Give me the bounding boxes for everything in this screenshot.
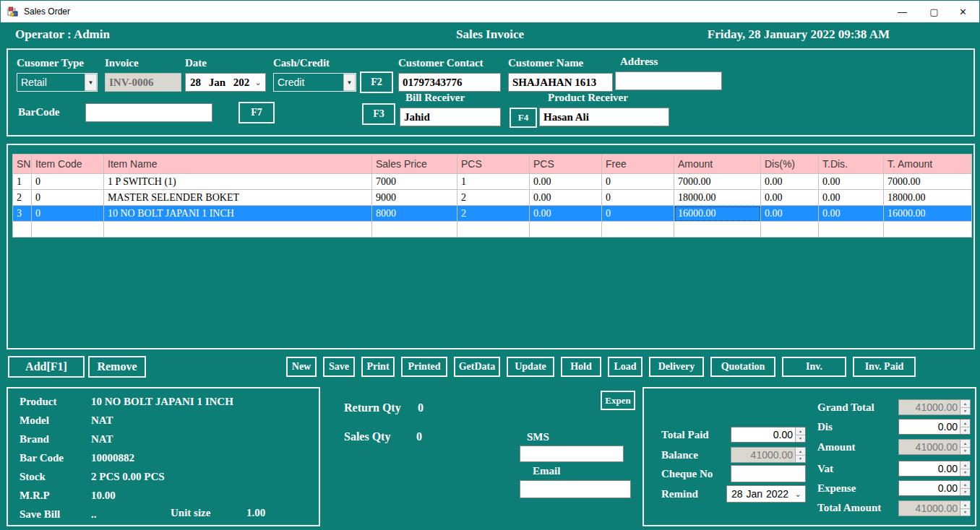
product-receiver-field[interactable]: [539, 108, 669, 126]
minimize-button[interactable]: —: [886, 1, 919, 22]
remind-date-picker[interactable]: 28 Jan 2022 ⌄: [726, 485, 806, 503]
grid-cell[interactable]: 7000.00: [884, 174, 972, 190]
grid-cell[interactable]: 3: [12, 206, 32, 222]
new-button[interactable]: New: [286, 357, 317, 377]
customer-name-field[interactable]: [508, 73, 613, 92]
grid-cell[interactable]: 10 NO BOLT JAPANI 1 INCH: [104, 206, 372, 222]
address-field[interactable]: [615, 71, 722, 90]
grid-column-header[interactable]: Dis(%): [761, 154, 819, 174]
items-grid[interactable]: SNItem CodeItem NameSales PricePCSPCSFre…: [12, 154, 972, 238]
f4-button[interactable]: F4: [510, 108, 537, 128]
grid-cell[interactable]: 16000.00: [884, 206, 972, 222]
grid-cell[interactable]: 1: [12, 174, 32, 190]
grid-column-header[interactable]: Free: [602, 154, 674, 174]
hold-button[interactable]: Hold: [561, 357, 601, 377]
grid-cell[interactable]: 0: [602, 174, 674, 190]
cheque-no-input[interactable]: [731, 465, 806, 482]
sms-input[interactable]: [520, 446, 624, 462]
grid-cell[interactable]: 0.00: [530, 190, 602, 206]
grid-cell[interactable]: 0.00: [761, 206, 819, 222]
save-button[interactable]: Save: [323, 357, 355, 377]
grid-cell[interactable]: 8000: [372, 206, 457, 222]
grid-cell[interactable]: [457, 222, 530, 238]
grid-cell[interactable]: 0: [32, 206, 104, 222]
print-button[interactable]: Print: [361, 357, 395, 377]
update-button[interactable]: Update: [507, 357, 554, 377]
chevron-down-icon[interactable]: ⌄: [251, 78, 265, 87]
grid-cell[interactable]: 9000: [372, 190, 457, 206]
chevron-down-icon[interactable]: ▼: [85, 74, 97, 91]
grid-cell[interactable]: 2: [12, 190, 32, 206]
grid-cell[interactable]: 2: [457, 190, 530, 206]
grid-cell[interactable]: 7000: [372, 174, 457, 190]
chevron-down-icon[interactable]: ⌄: [791, 490, 805, 499]
grid-cell[interactable]: [674, 222, 761, 238]
printed-button[interactable]: Printed: [401, 357, 447, 377]
grid-cell[interactable]: 0: [32, 190, 104, 206]
quotation-button[interactable]: Quotation: [710, 357, 775, 377]
grid-cell[interactable]: [819, 222, 884, 238]
grid-column-header[interactable]: Item Name: [104, 154, 372, 174]
f2-button[interactable]: F2: [360, 71, 393, 93]
grid-cell[interactable]: 0.00: [819, 206, 884, 222]
maximize-button[interactable]: ▢: [918, 1, 950, 22]
grid-cell[interactable]: 2: [457, 206, 530, 222]
grid-column-header[interactable]: PCS: [530, 154, 602, 174]
grid-cell[interactable]: 0: [32, 174, 104, 190]
customer-type-select[interactable]: Retail ▼: [17, 73, 98, 92]
grid-column-header[interactable]: T. Amount: [884, 154, 972, 174]
table-row[interactable]: 101 P SWITCH (1)700010.0007000.000.000.0…: [12, 174, 972, 190]
f3-button[interactable]: F3: [362, 103, 395, 125]
inv-paid-button[interactable]: Inv. Paid: [853, 357, 916, 377]
customer-contact-field[interactable]: [398, 73, 501, 92]
total-paid-input[interactable]: 0.00 ▲▼: [731, 427, 806, 443]
date-picker[interactable]: 28 Jan 202 ⌄: [185, 73, 266, 92]
grid-column-header[interactable]: Amount: [674, 154, 761, 174]
grid-cell[interactable]: 7000.00: [674, 174, 761, 190]
f7-button[interactable]: F7: [238, 102, 275, 123]
inv-button[interactable]: Inv.: [782, 357, 846, 377]
grid-cell[interactable]: 0.00: [530, 206, 602, 222]
grid-cell[interactable]: [602, 222, 674, 238]
grid-cell[interactable]: 1: [457, 174, 530, 190]
table-row[interactable]: [12, 222, 972, 238]
spinner-arrows-icon[interactable]: ▲▼: [960, 481, 970, 495]
grid-cell[interactable]: MASTER SELENDER BOKET: [104, 190, 372, 206]
table-row[interactable]: 20MASTER SELENDER BOKET900020.00018000.0…: [12, 190, 972, 206]
expen-button[interactable]: Expen: [601, 391, 635, 410]
cash-credit-select[interactable]: Credit ▼: [273, 73, 356, 92]
table-row[interactable]: 3010 NO BOLT JAPANI 1 INCH800020.0001600…: [12, 206, 972, 222]
grid-cell[interactable]: 1 P SWITCH (1): [104, 174, 372, 190]
grid-cell[interactable]: [884, 222, 972, 238]
grid-cell[interactable]: [32, 222, 104, 238]
grid-column-header[interactable]: Sales Price: [372, 154, 457, 174]
add-button[interactable]: Add[F1]: [8, 356, 85, 378]
grid-cell[interactable]: [372, 222, 457, 238]
grid-column-header[interactable]: SN: [12, 154, 32, 174]
spinner-arrows-icon[interactable]: ▲▼: [795, 427, 805, 442]
vat-input[interactable]: 0.00 ▲▼: [898, 461, 971, 477]
grid-cell[interactable]: 0.00: [761, 174, 819, 190]
grid-cell[interactable]: 0: [602, 206, 674, 222]
spinner-arrows-icon[interactable]: ▲▼: [960, 420, 970, 434]
chevron-down-icon[interactable]: ▼: [343, 74, 356, 91]
grid-cell[interactable]: [12, 222, 32, 238]
grid-column-header[interactable]: T.Dis.: [819, 154, 884, 174]
grid-cell[interactable]: 0.00: [819, 174, 884, 190]
expense-input[interactable]: 0.00 ▲▼: [898, 480, 971, 496]
grid-cell[interactable]: [530, 222, 602, 238]
grid-cell[interactable]: 0.00: [819, 190, 884, 206]
barcode-field[interactable]: [85, 103, 212, 122]
getdata-button[interactable]: GetData: [454, 357, 500, 377]
grid-cell[interactable]: 18000.00: [884, 190, 972, 206]
spinner-arrows-icon[interactable]: ▲▼: [960, 461, 970, 476]
grid-column-header[interactable]: PCS: [457, 154, 530, 174]
remove-button[interactable]: Remove: [88, 356, 146, 378]
grid-cell[interactable]: [761, 222, 819, 238]
grid-cell[interactable]: 16000.00: [674, 206, 761, 222]
load-button[interactable]: Load: [608, 357, 642, 377]
grid-cell[interactable]: [104, 222, 372, 238]
delivery-button[interactable]: Delivery: [649, 357, 704, 377]
grid-cell[interactable]: 0.00: [530, 174, 602, 190]
grid-cell[interactable]: 0.00: [761, 190, 819, 206]
